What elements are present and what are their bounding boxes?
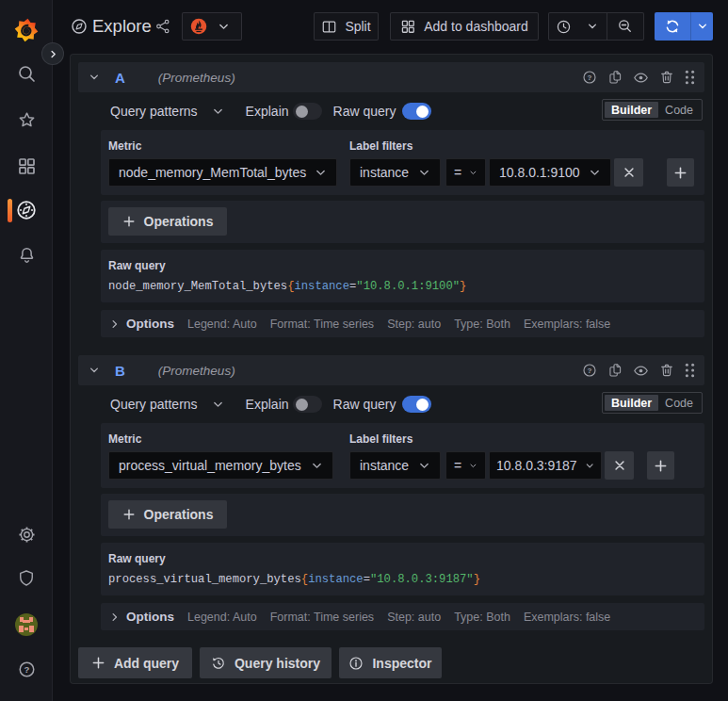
svg-text:?: ? bbox=[588, 73, 592, 82]
svg-text:?: ? bbox=[588, 367, 592, 375]
svg-text:?: ? bbox=[24, 664, 29, 675]
